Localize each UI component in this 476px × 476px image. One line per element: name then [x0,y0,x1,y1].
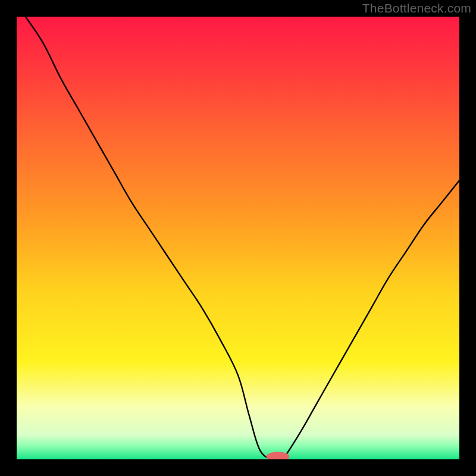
watermark-text: TheBottleneck.com [362,1,471,15]
chart-plot-area [17,17,459,459]
outer-frame: TheBottleneck.com [0,0,476,476]
gradient-background [17,17,459,459]
chart-svg [17,17,459,459]
